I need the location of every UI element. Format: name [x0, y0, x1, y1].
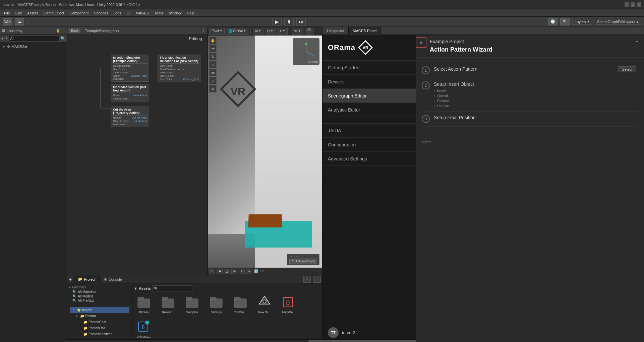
nav-scenegraph-editor[interactable]: Scenegraph Editor — [323, 89, 416, 103]
nav-analytics-editor[interactable]: Analytics Editor — [323, 103, 416, 117]
da-dropdown[interactable]: DA ▼ — [3, 18, 12, 25]
play-button[interactable]: ▶ — [272, 18, 282, 25]
scenegraph-menu-icon[interactable]: ⋮ — [202, 28, 206, 33]
right-panel-menu-icon[interactable]: ⋮ — [632, 27, 644, 35]
render-dropdown[interactable]: ⊡▼ — [265, 28, 276, 35]
menu-window[interactable]: Window — [166, 10, 184, 16]
wizard-project-dropdown[interactable]: Example Project ▼ — [430, 39, 639, 46]
asset-resources[interactable]: Resour... — [158, 293, 178, 314]
asset-newsc[interactable]: New Sc... — [254, 293, 275, 314]
maximize-button[interactable]: □ — [631, 2, 635, 7]
menu-tools[interactable]: Tools — [152, 10, 166, 16]
menu-file[interactable]: File — [1, 10, 13, 16]
hierarchy-add-icon[interactable]: + — [1, 37, 3, 41]
close-button[interactable]: ✕ — [637, 2, 641, 7]
node-floor-mod[interactable]: Floor Modification (Get New Action) Name… — [111, 84, 149, 101]
eye-icon[interactable]: 👁 — [231, 269, 237, 274]
horiz-scrollbar-thumb[interactable] — [308, 340, 322, 342]
tool-rect-icon[interactable]: ▭ — [209, 69, 217, 76]
asset-samples[interactable]: Samples — [182, 293, 202, 314]
hierarchy-item-mages[interactable]: ► ⚙ MAGES► — [1, 44, 65, 50]
tree-assets-root[interactable]: ▼ ⭐ Assets — [70, 307, 129, 313]
menu-services[interactable]: Services — [91, 10, 111, 16]
tool-move-icon[interactable]: ✛ — [209, 45, 217, 52]
layout-dropdown[interactable]: SceneGraphEditLayout ▼ — [595, 19, 641, 25]
light-icon[interactable]: ☀ — [239, 269, 245, 274]
collapse-panel-icon[interactable]: ⤢ — [303, 276, 311, 283]
gizmo-dropdown[interactable]: 👁▼ — [292, 28, 303, 35]
scene-background: VR — [208, 36, 322, 268]
hierarchy-search-input[interactable] — [9, 36, 59, 41]
layers-dropdown[interactable]: Layers ▼ — [572, 19, 592, 25]
record-icon[interactable]: ⏺ — [217, 269, 223, 274]
asset-settings[interactable]: Settings — [206, 293, 226, 314]
menu-assets[interactable]: Assets — [24, 10, 41, 16]
scenegraph-back-button[interactable]: Back — [69, 28, 80, 33]
fav-all-models[interactable]: 🔍 All Models — [68, 294, 131, 298]
nav-advanced-settings[interactable]: Advanced Settings — [323, 152, 416, 166]
node-floor-mod-selection[interactable]: Floor Modification Selection For (New Ac… — [158, 55, 201, 82]
anchor-icon[interactable]: ⚓ — [224, 269, 230, 274]
add-tab-button[interactable]: + — [67, 277, 74, 282]
menu-gameobject[interactable]: GameObject — [41, 10, 67, 16]
menu-mages[interactable]: MAGES — [133, 10, 152, 16]
tree-photonchat[interactable]: 📁 PhotonChat — [70, 319, 129, 325]
mages-viewport-overlay: MAGES Edit SceneGraph — [287, 254, 319, 265]
tool-transform-icon[interactable]: ⊕ — [209, 77, 217, 84]
tool-custom-icon[interactable]: ⚙ — [209, 85, 217, 92]
menu-ci[interactable]: CI — [124, 10, 133, 16]
tab-project[interactable]: 📁 Project — [74, 275, 100, 283]
hierarchy-dropdown-icon[interactable]: ▼ — [5, 37, 7, 40]
tab-mages-panel[interactable]: MAGES Panel — [349, 27, 381, 35]
menu-jobs[interactable]: Jobs — [111, 10, 124, 16]
assets-search-input[interactable] — [152, 285, 192, 291]
tool-rotate-icon[interactable]: ↻ — [209, 53, 217, 60]
nav-devices[interactable]: Devices — [323, 75, 416, 89]
pause-button[interactable]: ⏸ — [284, 18, 294, 25]
node-injection-simulator[interactable]: Injection Simulator (Example Action) Que… — [111, 55, 149, 82]
fav-all-prefabs[interactable]: 🔍 All Prefabs — [68, 298, 131, 303]
search-button[interactable]: 🔍 — [560, 18, 570, 25]
3d-viewport[interactable]: VR ✋ ✛ ↻ ⤡ ▭ ⊕ — [208, 36, 322, 268]
project-dropdown-arrow[interactable]: ▼ — [635, 40, 639, 44]
hierarchy-menu-icon[interactable]: ⋮ — [61, 29, 65, 32]
node3-title: Cut the Area (Trajectory Action) — [113, 108, 147, 116]
menu-edit[interactable]: Edit — [13, 10, 24, 16]
tab-inspector[interactable]: ℹ Inspector — [323, 27, 349, 35]
asset-unitydev[interactable]: {} UnityDe... — [279, 293, 299, 314]
tree-photonlibs[interactable]: 📁 PhotonLibs — [70, 325, 129, 331]
asset-photon[interactable]: Photon — [134, 293, 154, 314]
pivot-dropdown[interactable]: Pivot ▼ — [209, 28, 225, 35]
menu-help[interactable]: Help — [184, 10, 197, 16]
panel-menu-icon[interactable]: ⋮ — [313, 276, 321, 283]
history-button[interactable]: 🕐 — [548, 18, 558, 25]
minimize-button[interactable]: ─ — [625, 2, 629, 7]
hierarchy-lock-icon[interactable]: 🔒 — [56, 29, 60, 32]
nav-getting-started[interactable]: Getting Started — [323, 61, 416, 75]
star-icon[interactable]: ★ — [246, 269, 252, 274]
nav-configuration[interactable]: Configuration — [323, 138, 416, 152]
asset-textme[interactable]: TextMe... — [230, 293, 250, 314]
tab-console[interactable]: ▣ Console — [100, 275, 126, 283]
edit-scenegraph-button[interactable]: Edit SceneGraph — [289, 259, 317, 264]
cloud-button[interactable]: ☁ — [15, 18, 24, 25]
step-button[interactable]: ⏭ — [296, 18, 306, 25]
hierarchy-search-icon[interactable]: 🔍 — [60, 36, 65, 41]
2d-toggle[interactable]: 2D — [305, 28, 314, 35]
global-dropdown[interactable]: 🌐 Global ▼ — [226, 28, 248, 35]
menu-component[interactable]: Component — [67, 10, 91, 16]
tool-scale-icon[interactable]: ⤡ — [209, 61, 217, 68]
step1-select-button[interactable]: Select — [618, 66, 636, 72]
step2-content: Setup Insert Object Insert... Questi... … — [434, 81, 639, 108]
tree-photonrealtime[interactable]: 📁 PhotonRealtime — [70, 331, 129, 337]
grid-dropdown[interactable]: ⊞▼ — [253, 28, 264, 35]
node-cut-area[interactable]: Cut the Area (Trajectory Action) Name:Cu… — [111, 107, 149, 127]
fav-all-materials[interactable]: 🔍 All Materials — [68, 290, 131, 294]
fx-dropdown[interactable]: ✦▼ — [277, 28, 288, 35]
tool-hand-icon[interactable]: ✋ — [209, 37, 217, 44]
asset-universal[interactable]: {} Universa... — [134, 318, 154, 338]
maximize-panel-icon[interactable]: ⤢ — [209, 269, 215, 274]
tree-photon[interactable]: ► 📁 Photon — [70, 313, 129, 319]
collapse-wizard-button[interactable]: « — [416, 37, 426, 48]
nav-jaria[interactable]: JARIA — [323, 124, 416, 138]
